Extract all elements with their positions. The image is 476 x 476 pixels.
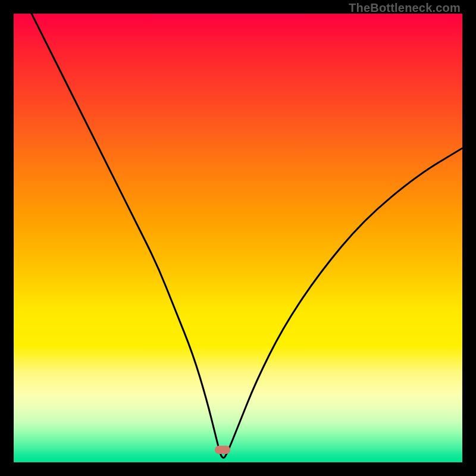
bottleneck-curve — [14, 14, 462, 462]
optimum-marker — [215, 446, 230, 454]
plot-area — [14, 14, 462, 462]
watermark-text: TheBottleneck.com — [349, 1, 461, 15]
chart-frame: TheBottleneck.com — [0, 0, 476, 476]
